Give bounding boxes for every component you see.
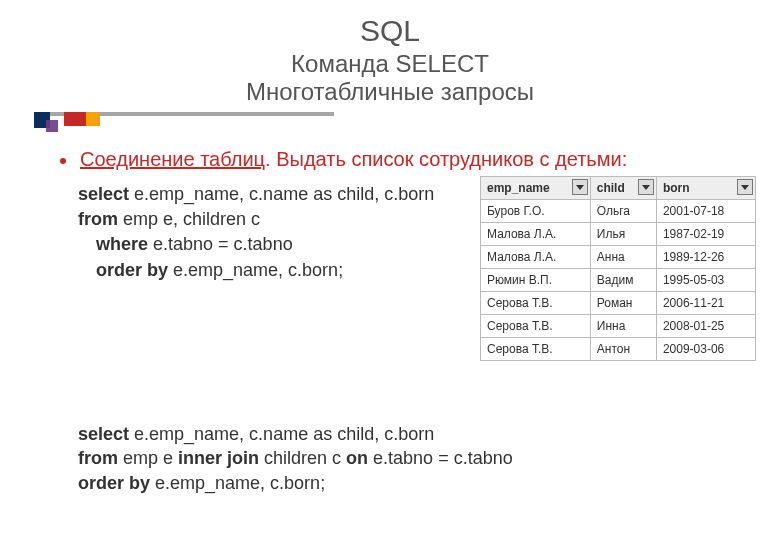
bullet-underline: Соединение таблиц [80,148,265,170]
table-row: Серова Т.В.Роман2006-11-21 [481,292,756,315]
kw-select: select [78,424,129,444]
bullet-dot [60,158,66,164]
dropdown-icon[interactable] [638,179,654,195]
table-row: Малова Л.А.Илья1987-02-19 [481,223,756,246]
table-row: Серова Т.В.Инна2008-01-25 [481,315,756,338]
table-row: Рюмин В.П.Вадим1995-05-03 [481,269,756,292]
title-sub2: Многотабличные запросы [0,78,780,106]
sql-code-block-1: select e.emp_name, c.name as child, c.bo… [78,182,434,283]
col-born[interactable]: born [656,177,755,200]
table-header-row: emp_name child born [481,177,756,200]
code-text: e.tabno = c.tabno [148,234,293,254]
dropdown-icon[interactable] [737,179,753,195]
dropdown-icon[interactable] [572,179,588,195]
kw-from: from [78,209,118,229]
table-row: Буров Г.О.Ольга2001-07-18 [481,200,756,223]
kw-orderby: order by [96,260,168,280]
kw-on: on [346,448,368,468]
kw-orderby: order by [78,473,150,493]
bullet-point: Соединение таблиц. Выдать список сотрудн… [60,148,627,171]
code-text: e.tabno = c.tabno [368,448,513,468]
kw-where: where [96,234,148,254]
col-emp-name[interactable]: emp_name [481,177,591,200]
slide-title-block: SQL Команда SELECT Многотабличные запрос… [0,14,780,106]
title-main: SQL [0,14,780,48]
decorative-bar [34,112,334,132]
code-text: children c [259,448,346,468]
kw-select: select [78,184,129,204]
code-text: e.emp_name, c.name as child, c.born [129,424,434,444]
kw-from: from [78,448,118,468]
sql-code-block-2: select e.emp_name, c.name as child, c.bo… [78,422,513,495]
kw-inner-join: inner join [178,448,259,468]
code-text: emp e [118,448,178,468]
code-text: e.emp_name, c.name as child, c.born [129,184,434,204]
table-row: Серова Т.В.Антон2009-03-06 [481,338,756,361]
result-table: emp_name child born Буров Г.О.Ольга2001-… [480,176,756,361]
code-text: emp e, children c [118,209,260,229]
code-text: e.emp_name, c.born; [168,260,343,280]
code-text: e.emp_name, c.born; [150,473,325,493]
bullet-rest: . Выдать список сотрудников с детьми: [265,148,627,170]
col-child[interactable]: child [590,177,656,200]
title-sub1: Команда SELECT [0,50,780,78]
table-row: Малова Л.А.Анна1989-12-26 [481,246,756,269]
